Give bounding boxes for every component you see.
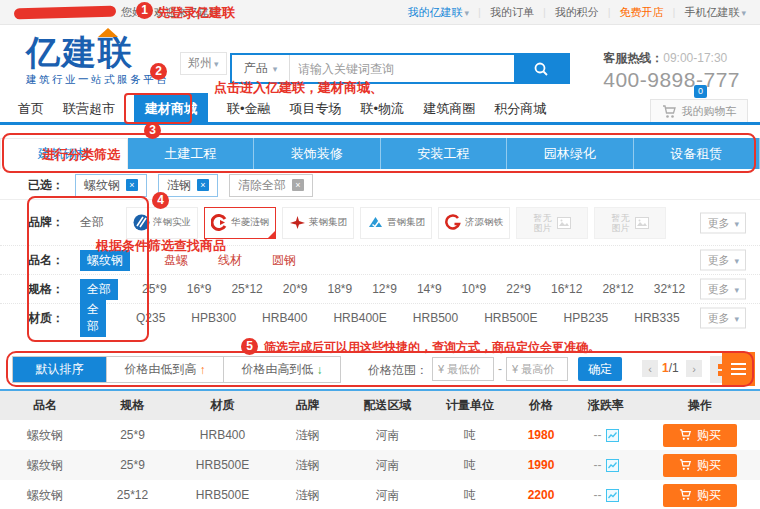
search-button[interactable]: [514, 55, 568, 82]
nav-item-union-market[interactable]: 联营超市: [63, 100, 115, 118]
spec-more-button[interactable]: 更多 ▾: [700, 279, 746, 300]
spec-option[interactable]: 20*9: [283, 282, 308, 296]
category-tab-equipment-rental[interactable]: 设备租赁: [634, 138, 760, 169]
table-row: 螺纹钢 25*12 HRB500E 涟钢 河南 吨 2200 -- 购买: [0, 480, 760, 509]
material-more-button[interactable]: 更多 ▾: [700, 308, 746, 329]
spec-option[interactable]: 10*9: [462, 282, 487, 296]
brand-card-jingang[interactable]: 晋钢集团: [360, 207, 432, 239]
nav-item-finance[interactable]: 联•金融: [227, 100, 271, 118]
close-icon[interactable]: ×: [197, 179, 209, 191]
product-option[interactable]: 圆钢: [272, 252, 296, 269]
sort-default-button[interactable]: 默认排序: [13, 357, 106, 382]
spec-all-selected[interactable]: 全部: [80, 279, 118, 300]
nav-item-home[interactable]: 首页: [18, 100, 44, 118]
no-image-icon: [635, 217, 649, 229]
product-option[interactable]: 线材: [218, 252, 242, 269]
next-page-button[interactable]: ›: [686, 360, 702, 377]
cart-count-badge: 0: [694, 85, 707, 98]
spec-option[interactable]: 25*12: [231, 282, 262, 296]
nav-item-building-materials-mall[interactable]: 建材商城: [134, 93, 208, 125]
confirm-button[interactable]: 确定: [578, 357, 622, 381]
brand-card-empty[interactable]: 暂无图片: [594, 207, 666, 239]
topbar-link-mobile[interactable]: 手机亿建联▾: [684, 5, 746, 20]
brand-all-option[interactable]: 全部: [80, 214, 104, 231]
material-option[interactable]: HRB400E: [333, 311, 386, 325]
search-input[interactable]: [290, 55, 514, 82]
cell-unit: 吨: [430, 457, 510, 474]
spec-option[interactable]: 12*9: [372, 282, 397, 296]
nav-item-points-mall[interactable]: 积分商城: [494, 100, 546, 118]
nav-item-project-zone[interactable]: 项目专场: [290, 100, 342, 118]
brand-more-button[interactable]: 更多 ▾: [700, 212, 746, 233]
brand-logo-icon: [367, 214, 384, 231]
spec-option[interactable]: 22*9: [506, 282, 531, 296]
nav-item-building-circle[interactable]: 建筑商圈: [423, 100, 475, 118]
brand-card-empty[interactable]: 暂无图片: [516, 207, 588, 239]
category-tab-building-steel[interactable]: 建筑钢材: [0, 138, 128, 169]
list-view-button[interactable]: [722, 352, 755, 386]
hotline-block: 客服热线：09:00-17:30 400-9898-777: [603, 50, 740, 92]
category-tab-decoration[interactable]: 装饰装修: [254, 138, 381, 169]
brand-card-pinggang[interactable]: 萍钢实业: [126, 207, 198, 239]
topbar-link-my-points[interactable]: 我的积分: [555, 5, 599, 20]
page: 您好，欢迎来亿建联！ 我的亿建联▾ | 我的订单 | 我的积分 | 免费开店 |…: [0, 0, 760, 509]
buy-button[interactable]: 购买: [663, 484, 737, 507]
sort-price-asc-button[interactable]: 价格由低到高↑: [106, 357, 223, 382]
material-option[interactable]: HRB500: [413, 311, 458, 325]
spec-option[interactable]: 16*9: [187, 282, 212, 296]
price-trend-icon[interactable]: [606, 489, 619, 502]
topbar-link-my-yijianlian[interactable]: 我的亿建联▾: [408, 5, 470, 20]
product-option[interactable]: 盘螺: [164, 252, 188, 269]
sort-price-desc-button[interactable]: 价格由高到低↓: [223, 357, 340, 382]
product-option-rebar-selected[interactable]: 螺纹钢: [80, 250, 130, 271]
material-option[interactable]: Q235: [136, 311, 165, 325]
col-header-change: 涨跌率: [572, 397, 640, 414]
buy-button[interactable]: 购买: [663, 454, 737, 477]
max-price-input[interactable]: [506, 357, 568, 381]
brand-logo-icon: [211, 214, 228, 231]
search-category-dropdown[interactable]: 产品▾: [232, 55, 290, 82]
site-logo[interactable]: 亿建联 建筑行业一站式服务平台: [26, 34, 169, 87]
arrow-down-icon: ↓: [317, 363, 323, 377]
material-option[interactable]: HRB400: [262, 311, 307, 325]
category-tab-installation[interactable]: 安装工程: [381, 138, 508, 169]
product-more-button[interactable]: 更多 ▾: [700, 250, 746, 271]
category-tab-civil-engineering[interactable]: 土建工程: [128, 138, 255, 169]
brand-card-hualing-liangang[interactable]: 华菱涟钢: [204, 207, 276, 239]
spec-option[interactable]: 14*9: [417, 282, 442, 296]
logo-tagline: 建筑行业一站式服务平台: [26, 73, 169, 87]
material-all-selected[interactable]: 全部: [80, 299, 106, 337]
selected-chip-rebar[interactable]: 螺纹钢×: [75, 174, 147, 197]
topbar-link-my-orders[interactable]: 我的订单: [490, 5, 534, 20]
col-header-spec: 规格: [90, 397, 175, 414]
prev-page-button[interactable]: ‹: [642, 360, 658, 377]
brand-card-jiyuan[interactable]: 济源钢铁: [438, 207, 510, 239]
spec-option[interactable]: 32*12: [654, 282, 685, 296]
chevron-down-icon: ▾: [465, 8, 470, 18]
cell-brand: 涟钢: [270, 457, 345, 474]
close-icon[interactable]: ×: [126, 179, 138, 191]
chevron-down-icon: ▾: [273, 64, 278, 74]
material-option[interactable]: HRB335: [634, 311, 679, 325]
spec-option[interactable]: 25*9: [142, 282, 167, 296]
chevron-down-icon: ▾: [734, 218, 739, 228]
nav-item-logistics[interactable]: 联•物流: [361, 100, 405, 118]
price-trend-icon[interactable]: [606, 429, 619, 442]
spec-option[interactable]: 18*9: [327, 282, 352, 296]
category-tab-landscaping[interactable]: 园林绿化: [507, 138, 634, 169]
min-price-input[interactable]: [432, 357, 494, 381]
material-option[interactable]: HPB235: [564, 311, 609, 325]
price-trend-icon[interactable]: [606, 459, 619, 472]
spec-option[interactable]: 16*12: [551, 282, 582, 296]
topbar-link-open-shop[interactable]: 免费开店: [620, 5, 664, 20]
city-selector[interactable]: 郑州▾: [180, 52, 227, 75]
material-option[interactable]: HPB300: [191, 311, 236, 325]
material-option[interactable]: HRB500E: [484, 311, 537, 325]
cell-material: HRB500E: [175, 458, 270, 472]
category-tabs: 建筑钢材 土建工程 装饰装修 安装工程 园林绿化 设备租赁: [0, 138, 760, 169]
brand-card-laigang[interactable]: 莱钢集团: [282, 207, 354, 239]
spec-option[interactable]: 28*12: [602, 282, 633, 296]
clear-all-button[interactable]: 清除全部×: [229, 174, 313, 197]
selected-chip-liangang[interactable]: 涟钢×: [158, 174, 218, 197]
buy-button[interactable]: 购买: [663, 424, 737, 447]
